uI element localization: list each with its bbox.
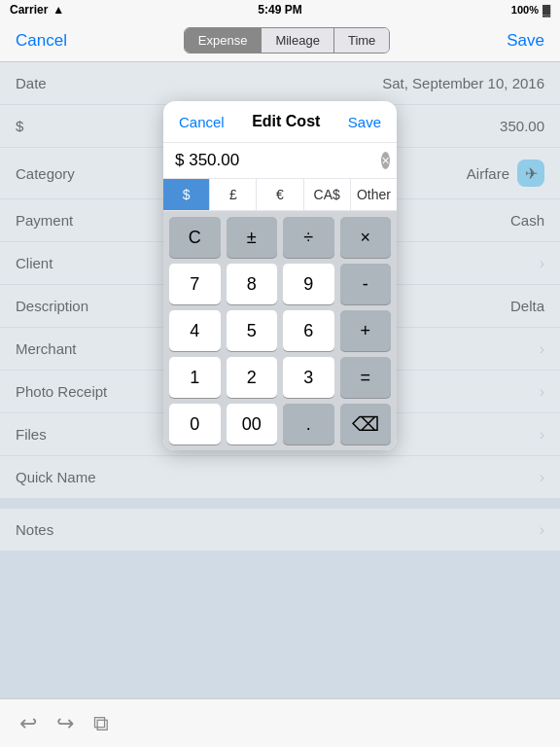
status-time: 5:49 PM xyxy=(258,3,301,17)
keypad-row-2: 4 5 6 + xyxy=(169,310,391,351)
modal-cancel-button[interactable]: Cancel xyxy=(179,114,225,130)
tab-mileage[interactable]: Mileage xyxy=(262,28,334,53)
key-4[interactable]: 4 xyxy=(169,310,221,351)
currency-tab-other[interactable]: Other xyxy=(351,179,397,210)
key-decimal[interactable]: . xyxy=(283,404,334,445)
battery-icon: ▓ xyxy=(542,4,550,16)
key-0[interactable]: 0 xyxy=(169,404,221,445)
clear-button[interactable]: ✕ xyxy=(381,152,390,169)
status-bar: Carrier ▲ 5:49 PM 100% ▓ xyxy=(0,0,560,19)
keypad-row-0: C ± ÷ × xyxy=(169,217,391,258)
currency-tab-gbp[interactable]: £ xyxy=(210,179,257,210)
key-6[interactable]: 6 xyxy=(283,310,334,351)
undo-button[interactable]: ↩ xyxy=(19,711,37,736)
key-1[interactable]: 1 xyxy=(169,357,221,398)
key-divide[interactable]: ÷ xyxy=(283,217,334,258)
redo-button[interactable]: ↪ xyxy=(56,711,74,736)
nav-cancel-button[interactable]: Cancel xyxy=(16,31,67,51)
copy-button[interactable]: ⧉ xyxy=(93,711,109,736)
carrier-label: Carrier xyxy=(10,3,48,17)
status-left: Carrier ▲ xyxy=(10,3,64,17)
key-backspace[interactable]: ⌫ xyxy=(340,404,392,445)
tab-expense[interactable]: Expense xyxy=(185,28,262,53)
key-equals[interactable]: = xyxy=(340,357,392,398)
key-plus[interactable]: + xyxy=(340,310,392,351)
currency-tab-cad[interactable]: CA$ xyxy=(304,179,351,210)
wifi-icon: ▲ xyxy=(52,3,64,17)
modal-overlay: Cancel Edit Cost Save ✕ $ £ € CA$ Other … xyxy=(0,62,560,698)
key-5[interactable]: 5 xyxy=(227,310,278,351)
key-9[interactable]: 9 xyxy=(283,264,334,304)
keypad-row-1: 7 8 9 - xyxy=(169,264,391,304)
keypad: C ± ÷ × 7 8 9 - 4 5 6 + 1 2 3 = xyxy=(163,211,397,450)
modal-save-button[interactable]: Save xyxy=(348,114,381,130)
modal-header: Cancel Edit Cost Save xyxy=(163,101,397,143)
bottom-toolbar: ↩ ↪ ⧉ xyxy=(0,698,560,747)
key-minus[interactable]: - xyxy=(340,264,392,304)
key-7[interactable]: 7 xyxy=(169,264,221,304)
nav-tabs: Expense Mileage Time xyxy=(184,27,391,53)
modal-title: Edit Cost xyxy=(252,113,320,130)
modal-input-row: ✕ xyxy=(163,143,397,179)
key-plusminus[interactable]: ± xyxy=(227,217,278,258)
key-multiply[interactable]: × xyxy=(340,217,392,258)
keypad-row-3: 1 2 3 = xyxy=(169,357,391,398)
nav-save-button[interactable]: Save xyxy=(507,31,544,51)
key-clear[interactable]: C xyxy=(169,217,221,258)
keypad-row-4: 0 00 . ⌫ xyxy=(169,404,391,445)
key-8[interactable]: 8 xyxy=(227,264,278,304)
nav-bar: Cancel Expense Mileage Time Save xyxy=(0,19,560,62)
battery-label: 100% xyxy=(511,4,539,16)
key-double-zero[interactable]: 00 xyxy=(227,404,278,445)
key-2[interactable]: 2 xyxy=(227,357,278,398)
currency-tab-eur[interactable]: € xyxy=(257,179,303,210)
cost-input[interactable] xyxy=(175,151,381,170)
edit-cost-modal: Cancel Edit Cost Save ✕ $ £ € CA$ Other … xyxy=(163,101,397,450)
currency-tabs: $ £ € CA$ Other xyxy=(163,179,397,211)
key-3[interactable]: 3 xyxy=(283,357,334,398)
currency-tab-usd[interactable]: $ xyxy=(163,179,210,210)
status-right: 100% ▓ xyxy=(511,4,550,16)
tab-time[interactable]: Time xyxy=(334,28,389,53)
